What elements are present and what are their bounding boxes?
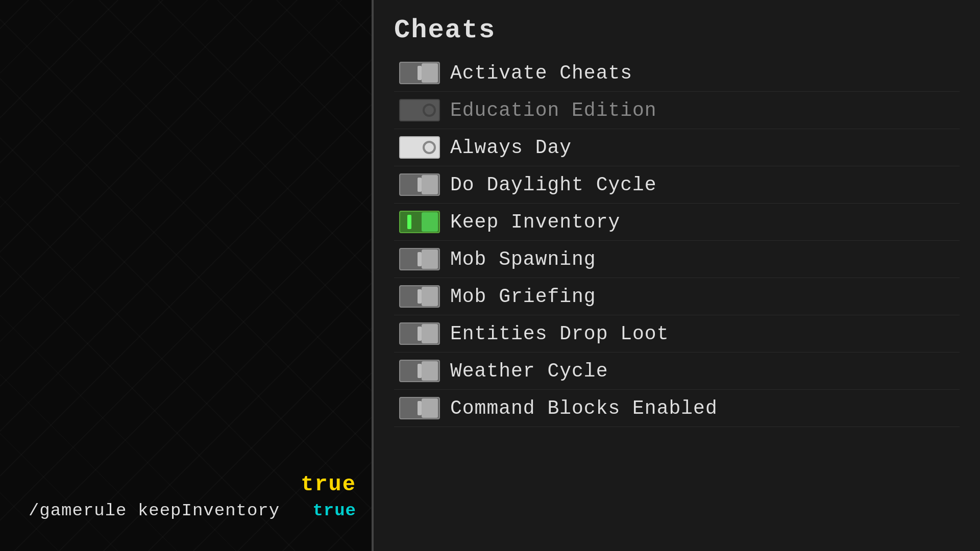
- toggle-bar: [418, 66, 422, 80]
- toggle-knob: [422, 361, 438, 381]
- setting-item-command-blocks-enabled[interactable]: Command Blocks Enabled: [394, 390, 960, 427]
- right-panel: Cheats Activate Cheats Education Edition: [374, 0, 980, 551]
- setting-label-weather-cycle: Weather Cycle: [450, 360, 608, 382]
- toggle-switch[interactable]: [399, 99, 440, 121]
- setting-item-entities-drop-loot[interactable]: Entities Drop Loot: [394, 315, 960, 353]
- setting-item-keep-inventory[interactable]: Keep Inventory: [394, 204, 960, 241]
- setting-label-mob-griefing: Mob Griefing: [450, 286, 596, 308]
- toggle-bar: [407, 215, 411, 229]
- command-line: /gamerule keepInventory true: [29, 501, 356, 520]
- toggle-bar: [418, 327, 422, 341]
- toggle-switch[interactable]: [399, 248, 440, 270]
- toggle-bar: [418, 364, 422, 378]
- toggle-do-daylight-cycle[interactable]: [399, 173, 440, 196]
- toggle-bar: [418, 178, 422, 192]
- toggle-switch[interactable]: [399, 397, 440, 419]
- toggle-command-blocks-enabled[interactable]: [399, 397, 440, 419]
- left-panel: true /gamerule keepInventory true: [0, 0, 372, 551]
- toggle-switch[interactable]: [399, 211, 440, 233]
- setting-item-education-edition[interactable]: Education Edition: [394, 92, 960, 129]
- toggle-mob-spawning[interactable]: [399, 248, 440, 270]
- toggle-activate-cheats[interactable]: [399, 62, 440, 84]
- setting-label-do-daylight-cycle: Do Daylight Cycle: [450, 174, 657, 196]
- circle-indicator: [423, 104, 436, 117]
- setting-item-mob-spawning[interactable]: Mob Spawning: [394, 241, 960, 278]
- toggle-entities-drop-loot[interactable]: [399, 322, 440, 345]
- panel-title: Cheats: [394, 15, 960, 45]
- toggle-switch[interactable]: [399, 173, 440, 196]
- setting-label-activate-cheats: Activate Cheats: [450, 62, 632, 84]
- toggle-weather-cycle[interactable]: [399, 360, 440, 382]
- result-true-value: true: [29, 472, 356, 497]
- setting-item-mob-griefing[interactable]: Mob Griefing: [394, 278, 960, 315]
- toggle-knob: [422, 324, 438, 343]
- toggle-knob: [422, 212, 438, 232]
- command-value: true: [312, 501, 356, 520]
- setting-item-weather-cycle[interactable]: Weather Cycle: [394, 353, 960, 390]
- toggle-switch[interactable]: [399, 136, 440, 159]
- setting-label-education-edition: Education Edition: [450, 99, 657, 121]
- setting-label-mob-spawning: Mob Spawning: [450, 248, 596, 270]
- toggle-switch[interactable]: [399, 285, 440, 308]
- toggle-switch[interactable]: [399, 360, 440, 382]
- toggle-switch[interactable]: [399, 62, 440, 84]
- toggle-knob: [422, 287, 438, 306]
- setting-label-always-day: Always Day: [450, 137, 572, 159]
- settings-list: Activate Cheats Education Edition Always…: [394, 55, 960, 427]
- toggle-education-edition[interactable]: [399, 99, 440, 121]
- toggle-mob-griefing[interactable]: [399, 285, 440, 308]
- toggle-knob: [422, 249, 438, 269]
- command-text: /gamerule keepInventory: [29, 501, 280, 520]
- setting-item-do-daylight-cycle[interactable]: Do Daylight Cycle: [394, 166, 960, 204]
- setting-item-always-day[interactable]: Always Day: [394, 129, 960, 166]
- toggle-bar: [418, 289, 422, 304]
- command-area: true /gamerule keepInventory true: [29, 472, 356, 520]
- toggle-bar: [418, 401, 422, 415]
- circle-indicator: [423, 141, 436, 154]
- toggle-bar: [418, 252, 422, 266]
- setting-item-activate-cheats[interactable]: Activate Cheats: [394, 55, 960, 92]
- toggle-always-day[interactable]: [399, 136, 440, 159]
- setting-label-command-blocks-enabled: Command Blocks Enabled: [450, 397, 718, 419]
- toggle-knob: [422, 63, 438, 83]
- toggle-knob: [422, 398, 438, 418]
- toggle-switch[interactable]: [399, 322, 440, 345]
- toggle-keep-inventory[interactable]: [399, 211, 440, 233]
- setting-label-keep-inventory: Keep Inventory: [450, 211, 620, 233]
- toggle-knob: [422, 175, 438, 194]
- setting-label-entities-drop-loot: Entities Drop Loot: [450, 323, 669, 345]
